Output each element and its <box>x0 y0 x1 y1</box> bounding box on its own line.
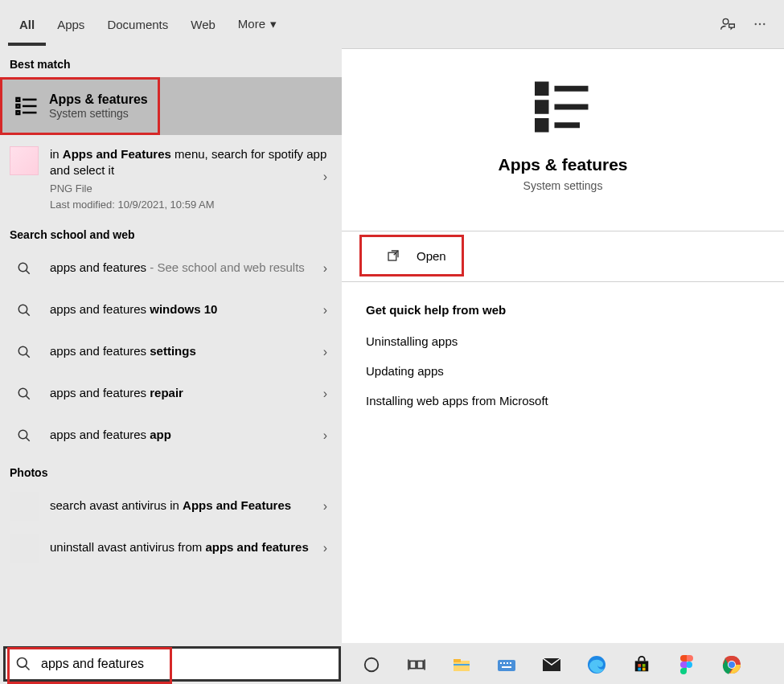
svg-rect-8 <box>17 111 20 114</box>
web-result-text: apps and features windows 10 <box>50 301 332 317</box>
figma-icon[interactable] <box>674 652 700 678</box>
search-icon <box>10 338 39 367</box>
svg-rect-38 <box>500 662 502 664</box>
search-icon <box>10 379 39 408</box>
tab-web[interactable]: Web <box>179 3 227 46</box>
file-result[interactable]: in Apps and Features menu, search for sp… <box>0 135 342 219</box>
svg-point-18 <box>18 430 27 439</box>
feedback-icon[interactable] <box>712 8 744 40</box>
svg-point-14 <box>18 346 27 355</box>
chevron-right-icon: › <box>323 499 327 514</box>
search-icon <box>10 296 39 325</box>
store-icon[interactable] <box>629 652 655 678</box>
svg-line-13 <box>26 312 30 316</box>
edge-icon[interactable] <box>584 652 610 678</box>
web-result-2[interactable]: apps and features settings › <box>0 331 342 373</box>
web-result-3[interactable]: apps and features repair › <box>0 373 342 415</box>
photo-result-0[interactable]: search avast antivirus in Apps and Featu… <box>0 485 342 527</box>
chevron-down-icon: ▾ <box>270 17 277 31</box>
search-icon <box>10 254 39 283</box>
svg-rect-41 <box>510 662 511 664</box>
svg-rect-20 <box>538 84 547 93</box>
chevron-right-icon: › <box>323 303 327 317</box>
best-match-result[interactable]: Apps & features System settings <box>0 77 342 135</box>
svg-point-10 <box>18 263 27 272</box>
photo-result-text: uninstall avast antivirus from apps and … <box>50 539 332 555</box>
svg-rect-46 <box>638 664 641 667</box>
taskbar <box>346 645 784 684</box>
svg-point-27 <box>18 658 27 668</box>
chevron-right-icon: › <box>323 170 327 184</box>
web-result-text: apps and features - See school and web r… <box>50 260 332 276</box>
web-result-4[interactable]: apps and features app › <box>0 415 342 457</box>
help-link-uninstalling[interactable]: Uninstalling apps <box>342 326 784 356</box>
svg-line-15 <box>26 354 30 358</box>
help-link-updating[interactable]: Updating apps <box>342 356 784 386</box>
section-search-web: Search school and web <box>0 219 342 248</box>
svg-point-50 <box>686 661 692 668</box>
best-match-title: Apps & features <box>49 92 148 107</box>
divider <box>342 231 784 231</box>
tab-apps[interactable]: Apps <box>46 3 96 46</box>
svg-rect-47 <box>642 664 646 667</box>
apps-features-large-icon <box>366 73 760 141</box>
svg-point-53 <box>729 661 735 668</box>
tab-all[interactable]: All <box>8 3 46 46</box>
svg-line-19 <box>26 437 30 441</box>
file-result-type: PNG File <box>50 182 332 196</box>
open-label: Open <box>417 249 446 263</box>
svg-rect-6 <box>17 104 20 108</box>
file-thumbnail-icon <box>10 146 39 175</box>
section-best-match: Best match <box>0 48 342 77</box>
cortana-icon[interactable] <box>359 652 384 678</box>
search-filter-tabs: All Apps Documents Web More▾ <box>0 0 784 48</box>
svg-rect-42 <box>502 666 511 668</box>
more-options-icon[interactable] <box>744 8 776 40</box>
svg-rect-31 <box>417 661 423 668</box>
svg-point-12 <box>18 305 27 313</box>
panel-title: Apps & features <box>366 155 760 174</box>
svg-rect-40 <box>507 662 508 664</box>
svg-rect-48 <box>638 668 641 671</box>
svg-rect-36 <box>454 664 470 666</box>
svg-rect-24 <box>538 121 547 130</box>
search-box[interactable] <box>3 646 341 682</box>
svg-line-28 <box>26 666 30 670</box>
open-external-icon <box>386 248 400 263</box>
tab-more[interactable]: More▾ <box>227 2 288 46</box>
help-link-installing-web[interactable]: Installing web apps from Microsoft <box>342 386 784 416</box>
best-match-subtitle: System settings <box>49 107 148 120</box>
svg-rect-30 <box>410 661 416 668</box>
svg-rect-45 <box>635 661 649 671</box>
svg-point-2 <box>759 23 761 25</box>
photo-result-1[interactable]: uninstall avast antivirus from apps and … <box>0 527 342 569</box>
photo-thumbnail-icon <box>10 492 39 521</box>
chevron-right-icon: › <box>323 345 327 359</box>
mail-icon[interactable] <box>539 652 564 678</box>
file-explorer-icon[interactable] <box>449 652 474 678</box>
web-result-0[interactable]: apps and features - See school and web r… <box>0 248 342 289</box>
task-view-icon[interactable] <box>404 652 429 678</box>
tab-documents[interactable]: Documents <box>96 3 179 46</box>
svg-rect-22 <box>538 103 547 112</box>
web-result-text: apps and features settings <box>50 343 332 359</box>
keyboard-icon[interactable] <box>494 652 519 678</box>
section-photos: Photos <box>0 457 342 485</box>
file-result-title: in Apps and Features menu, search for sp… <box>50 146 332 179</box>
photo-thumbnail-icon <box>10 534 39 563</box>
svg-line-11 <box>26 270 30 274</box>
web-result-1[interactable]: apps and features windows 10 › <box>0 289 342 331</box>
result-detail-panel: Apps & features System settings Open Get… <box>342 48 784 643</box>
search-results-list: Best match Apps & features System settin… <box>0 48 342 643</box>
web-result-text: apps and features repair <box>50 385 332 401</box>
svg-rect-37 <box>498 660 515 671</box>
open-button[interactable]: Open <box>359 235 464 276</box>
web-result-text: apps and features app <box>50 427 332 443</box>
search-input[interactable] <box>41 657 339 671</box>
chrome-icon[interactable] <box>719 652 745 678</box>
svg-rect-4 <box>17 98 20 101</box>
search-icon <box>6 656 41 672</box>
svg-point-3 <box>763 23 765 25</box>
svg-rect-49 <box>642 668 646 671</box>
svg-point-0 <box>723 18 729 24</box>
